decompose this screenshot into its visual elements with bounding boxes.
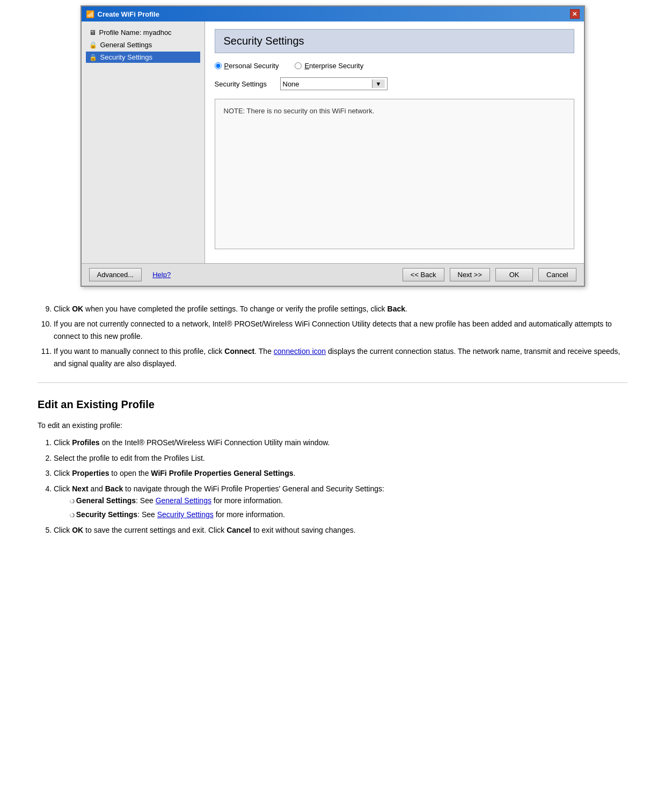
dialog-footer-right: << Back Next >> OK Cancel — [403, 268, 576, 281]
nav-item-profile-name[interactable]: 🖥 Profile Name: myadhoc — [86, 27, 200, 38]
step-11: If you want to manually connect to this … — [54, 345, 627, 369]
step-9-back-bold: Back — [388, 305, 405, 313]
dropdown-arrow-icon[interactable]: ▼ — [372, 79, 385, 88]
wifi-icon: 📶 — [86, 10, 94, 18]
edit-steps-list: Click Profiles on the Intel® PROSet/Wire… — [48, 437, 627, 536]
ok-button[interactable]: OK — [495, 268, 533, 281]
step-9: Click OK when you have completed the pro… — [54, 303, 627, 315]
edit-profile-intro: To edit an existing profile: — [38, 419, 627, 431]
cancel-button[interactable]: Cancel — [538, 268, 576, 281]
edit-step-4: Click Next and Back to navigate through … — [54, 483, 627, 521]
step-9-ok-bold: OK — [72, 305, 83, 313]
edit-sub-general: General Settings: See General Settings f… — [70, 495, 627, 506]
dialog-body: 🖥 Profile Name: myadhoc 🔒 General Settin… — [82, 21, 584, 263]
help-link[interactable]: Help? — [152, 271, 171, 279]
radio-personal-input[interactable] — [215, 62, 222, 69]
page-container: 📶 Create WiFi Profile ✕ 🖥 Profile Name: … — [0, 0, 665, 561]
note-box: NOTE: There is no security on this WiFi … — [215, 99, 574, 249]
security-settings-link[interactable]: Security Settings — [157, 510, 214, 519]
security-settings-title: Security Settings — [224, 35, 304, 47]
nav-label-general-settings: General Settings — [100, 41, 152, 49]
dialog-titlebar-left: 📶 Create WiFi Profile — [86, 10, 159, 18]
radio-row: Personal Security Enterprise Security — [215, 62, 574, 70]
edit-step-4-back-bold: Back — [105, 484, 123, 493]
radio-enterprise-input[interactable] — [295, 62, 302, 69]
lock-icon-general: 🔒 — [89, 41, 97, 49]
security-settings-sub-bold: Security Settings — [76, 510, 137, 519]
close-icon: ✕ — [572, 11, 577, 18]
edit-sub-security: Security Settings: See Security Settings… — [70, 509, 627, 520]
edit-profile-heading: Edit an Existing Profile — [38, 396, 627, 413]
edit-step-3-properties-bold: Properties — [72, 469, 109, 477]
edit-step-1-profiles-bold: Profiles — [72, 438, 99, 447]
note-text: NOTE: There is no security on this WiFi … — [224, 107, 375, 115]
advanced-button[interactable]: Advanced... — [89, 268, 142, 281]
connection-icon-link[interactable]: connection icon — [274, 347, 326, 356]
dialog-footer: Advanced... Help? << Back Next >> OK Can… — [82, 263, 584, 286]
dropdown-value: None — [283, 80, 299, 88]
edit-step-2: Select the profile to edit from the Prof… — [54, 452, 627, 464]
radio-personal-label: Personal Security — [224, 62, 279, 70]
settings-row: Security Settings None ▼ — [215, 77, 574, 90]
security-settings-header: Security Settings — [215, 29, 574, 53]
dialog-screenshot: 📶 Create WiFi Profile ✕ 🖥 Profile Name: … — [81, 5, 585, 287]
step-11-connect-bold: Connect — [224, 347, 254, 356]
edit-step-4-next-bold: Next — [72, 484, 88, 493]
edit-step-3: Click Properties to open the WiFi Profil… — [54, 467, 627, 479]
general-settings-link[interactable]: General Settings — [156, 496, 211, 505]
dialog-content: Security Settings Personal Security Ente… — [205, 21, 584, 263]
nav-label-profile-name: Profile Name: myadhoc — [99, 28, 172, 37]
edit-profile-section: Edit an Existing Profile To edit an exis… — [38, 396, 627, 536]
radio-personal[interactable]: Personal Security — [215, 62, 279, 70]
edit-step-5-cancel-bold: Cancel — [226, 526, 251, 534]
settings-row-label: Security Settings — [215, 80, 274, 88]
edit-step-5: Click OK to save the current settings an… — [54, 524, 627, 536]
edit-step-1: Click Profiles on the Intel® PROSet/Wire… — [54, 437, 627, 448]
computer-icon: 🖥 — [89, 28, 96, 37]
dialog-close-button[interactable]: ✕ — [570, 9, 580, 19]
edit-step-4-sublist: General Settings: See General Settings f… — [64, 495, 627, 521]
nav-label-security-settings: Security Settings — [100, 53, 153, 61]
security-settings-dropdown[interactable]: None ▼ — [280, 77, 388, 90]
steps-9-11-section: Click OK when you have completed the pro… — [16, 298, 649, 545]
edit-step-5-ok-bold: OK — [72, 526, 83, 534]
radio-enterprise-label: Enterprise Security — [304, 62, 363, 70]
next-button[interactable]: Next >> — [450, 268, 491, 281]
nav-item-security-settings[interactable]: 🔒 Security Settings — [86, 52, 200, 63]
steps-9-11-list: Click OK when you have completed the pro… — [48, 303, 627, 369]
nav-item-general-settings[interactable]: 🔒 General Settings — [86, 39, 200, 50]
general-settings-sub-bold: General Settings — [76, 496, 136, 505]
section-divider — [38, 382, 627, 383]
edit-step-3-general-settings-bold: WiFi Profile Properties General Settings — [151, 469, 293, 477]
back-button[interactable]: << Back — [403, 268, 444, 281]
dialog-titlebar: 📶 Create WiFi Profile ✕ — [82, 6, 584, 21]
step-10: If you are not currently connected to a … — [54, 318, 627, 342]
lock-icon-security: 🔒 — [89, 54, 97, 61]
radio-enterprise[interactable]: Enterprise Security — [295, 62, 363, 70]
dialog-nav: 🖥 Profile Name: myadhoc 🔒 General Settin… — [82, 21, 205, 263]
dialog-title: Create WiFi Profile — [98, 10, 159, 18]
